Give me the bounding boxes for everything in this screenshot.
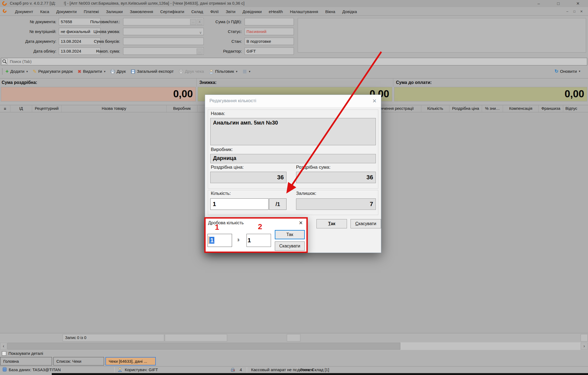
retail-sum-header: Сума роздрібна:	[0, 78, 197, 87]
list-settings-button[interactable]: ▾	[242, 69, 251, 74]
scrollbar-thumb[interactable]	[7, 343, 400, 350]
quantity-input[interactable]	[210, 198, 269, 210]
menu-item-windows[interactable]: Вікна	[322, 8, 338, 15]
retail-sum-label: Роздрібна сума:	[296, 165, 330, 170]
fraction-dialog-title: Дробова кількість	[208, 220, 244, 225]
beneficiary-button[interactable]: Пільговик ▾	[209, 69, 237, 74]
horizontal-scrollbar[interactable]: ‹ ›	[0, 342, 588, 350]
text-caret	[209, 236, 209, 244]
mdi-close-button[interactable]: ✕	[578, 9, 584, 14]
col-compensation[interactable]: Компенсація	[503, 105, 539, 112]
tab-list-receipts[interactable]: Список: Чеки	[53, 357, 104, 365]
annotation-number-1: 1	[215, 223, 219, 232]
col-quantity[interactable]: Кількість	[421, 105, 449, 112]
search-input[interactable]: Поиск (Tab)	[10, 59, 32, 64]
col-product-name[interactable]: Назва товару	[62, 105, 167, 112]
bonus-sum-field[interactable]	[123, 38, 204, 45]
menu-item-stock[interactable]: Залишки	[103, 8, 126, 15]
window-minimize-button[interactable]: –	[533, 1, 544, 7]
mdi-restore-button[interactable]: □	[571, 9, 577, 14]
tab-main[interactable]: Головна	[0, 357, 52, 365]
database-status: База даних: TASA3@TITAN	[9, 367, 61, 372]
grip-column-icon[interactable]: ≡	[0, 105, 10, 112]
col-manufacturer[interactable]: Виробник	[167, 105, 197, 112]
print-receipt-button[interactable]: Друк чека	[179, 69, 204, 74]
record-counter: Запис 0 із 0	[63, 334, 164, 341]
menu-item-settings[interactable]: Налаштування	[287, 8, 321, 15]
menu-items: Документ Каса Документи Платежі Залишки …	[12, 7, 360, 16]
fraction-quantity-dialog: Дробова кількість ✕ 1 2 1 з 1 Так Скасув…	[204, 217, 308, 253]
window-close-button[interactable]: ✕	[572, 1, 583, 7]
menu-item-kasa[interactable]: Каса	[37, 8, 52, 15]
delete-button[interactable]: ✖ Видалити ▾	[78, 69, 105, 74]
menu-item-document[interactable]: Документ	[12, 8, 36, 15]
list-settings-dropdown-icon[interactable]: ▾	[249, 70, 251, 73]
menu-item-directories[interactable]: Довідники	[240, 8, 265, 15]
refresh-dropdown-icon[interactable]: ▾	[579, 69, 580, 73]
stock-box: 7	[296, 198, 376, 210]
col-dispense[interactable]: Відпус	[563, 105, 588, 112]
menu-item-orders[interactable]: Замовлення	[127, 8, 156, 15]
menu-item-payments[interactable]: Платежі	[81, 8, 102, 15]
sum-vat-label: Сума (з ПДВ):	[202, 18, 242, 25]
mdi-minimize-button[interactable]: –	[564, 9, 570, 14]
delete-dropdown-icon[interactable]: ▾	[104, 70, 106, 73]
add-dropdown-icon[interactable]: ▾	[26, 70, 28, 73]
menu-item-documents[interactable]: Документи	[53, 8, 80, 15]
fraction-dialog-close-icon[interactable]: ✕	[299, 220, 303, 226]
export-button[interactable]: Загальний експорт	[131, 69, 174, 74]
menu-item-ehealth[interactable]: eHealth	[266, 8, 286, 15]
discount-header: Знижка:	[197, 78, 393, 87]
dialog-ok-button[interactable]: Так	[316, 219, 347, 228]
print-button[interactable]: Друк	[110, 69, 126, 74]
toolbar: + Додати ▾ ✎ Редагувати рядок ✖ Видалити…	[0, 66, 588, 77]
search-bar[interactable]: Поиск (Tab)	[1, 58, 587, 65]
col-retail-price[interactable]: Роздрібна ціна	[449, 105, 482, 112]
numerator-input[interactable]: 1	[208, 234, 232, 247]
details-row: Показувати деталі	[0, 350, 588, 357]
toolbar-grip-handle[interactable]	[2, 68, 3, 74]
menu-item-help[interactable]: Довідка	[339, 8, 360, 15]
add-button[interactable]: + Додати ▾	[5, 69, 28, 74]
doc-date-label: Дата документу:	[5, 38, 56, 45]
fraction-ok-button[interactable]: Так	[275, 230, 305, 239]
window-maximize-button[interactable]: □	[553, 1, 564, 7]
col-discount-percent[interactable]: % зни…	[482, 105, 503, 112]
edit-row-button[interactable]: ✎ Редагувати рядок	[33, 69, 73, 74]
col-franchise[interactable]: Франшиза	[539, 105, 563, 112]
status-field: Пасивний	[245, 28, 294, 35]
beneficiary-browse-button[interactable]: …	[190, 19, 196, 25]
price-condition-field[interactable]: ∨	[123, 28, 204, 35]
stock-label: Залишок:	[296, 191, 316, 196]
payable-sum-header: Сума до оплати:	[393, 78, 588, 87]
scroll-left-button[interactable]: ‹	[0, 343, 7, 350]
menu-item-reports[interactable]: Звіти	[223, 8, 239, 15]
menu-item-branches[interactable]: Філії	[207, 8, 222, 15]
col-prescription[interactable]: Рецептурний	[32, 105, 62, 112]
dialog-title-bar[interactable]: Редагування кількості ✕	[205, 95, 381, 108]
printer-gray-icon	[179, 69, 183, 74]
scroll-right-button[interactable]: ›	[581, 343, 588, 350]
menu-item-certificates[interactable]: Сертифікати	[157, 8, 187, 15]
dialog-cancel-button[interactable]: Скасувати	[351, 219, 381, 228]
fraction-button[interactable]: /1	[269, 198, 287, 210]
price-condition-label: Цінова умова:	[82, 28, 120, 35]
show-details-checkbox[interactable]	[2, 351, 6, 356]
refresh-button[interactable]: ↻ Оновити ▾	[555, 68, 580, 74]
sum-vat-field[interactable]	[245, 18, 294, 25]
product-name-box: Анальгин амп. 5мл №30	[210, 118, 376, 145]
accum-sum-field[interactable]: …	[123, 47, 204, 55]
beneficiary-field[interactable]: … X	[123, 18, 204, 25]
col-id[interactable]: ІД	[10, 105, 32, 112]
user-icon	[118, 367, 122, 372]
record-box-2	[165, 334, 227, 341]
app-logo-icon-small	[2, 8, 7, 14]
state-label: Стан:	[202, 38, 242, 45]
tab-receipts-active[interactable]: Чеки [64633], дані ...	[105, 357, 156, 365]
dialog-close-icon[interactable]: ✕	[372, 98, 377, 104]
fraction-cancel-button[interactable]: Скасувати	[275, 241, 305, 251]
beneficiary-dropdown-icon[interactable]: ▾	[236, 70, 237, 73]
denominator-input[interactable]: 1	[246, 234, 271, 247]
doc-number-label: № документа:	[5, 18, 56, 25]
menu-item-warehouse[interactable]: Склад	[188, 8, 206, 15]
